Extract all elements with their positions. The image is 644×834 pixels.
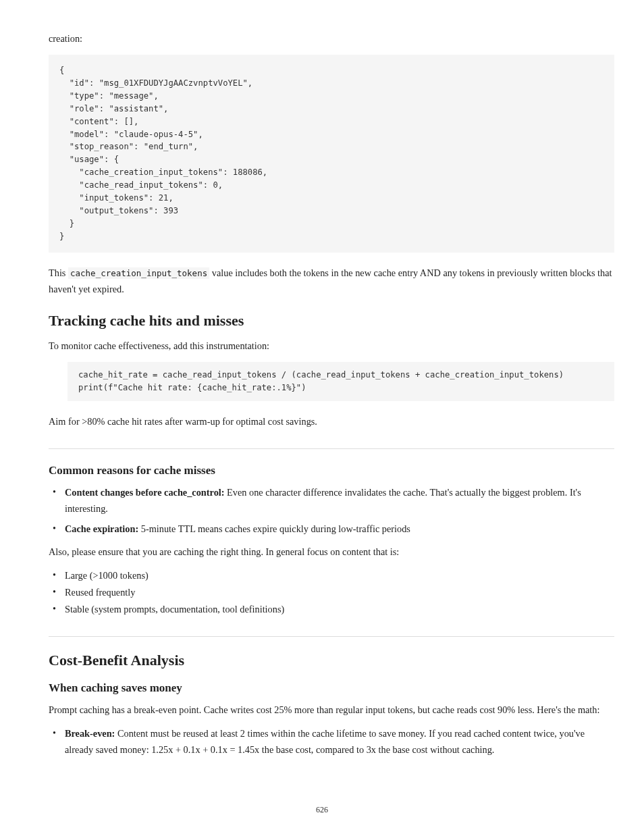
list-item: Stable (system prompts, documentation, t… [49,601,614,617]
paragraph-breakeven-intro: Prompt caching has a break-even point. C… [49,702,614,718]
list-item: Content changes before cache_control: Ev… [49,484,614,517]
heading-tracking-cache: Tracking cache hits and misses [49,312,614,330]
bullet-list-reasons: Content changes before cache_control: Ev… [49,484,614,537]
text-span: This [49,267,68,278]
heading-common-reasons: Common reasons for cache misses [49,464,614,477]
divider [49,448,614,449]
paragraph-monitor: To monitor cache effectiveness, add this… [49,338,614,354]
page-number: 626 [0,805,644,815]
code-cache-hit-rate: cache_hit_rate = cache_read_input_tokens… [68,362,614,401]
list-item-bold: Cache expiration: [65,523,138,534]
paragraph-aim: Aim for >80% cache hit rates after warm-… [49,413,614,429]
list-item: Cache expiration: 5-minute TTL means cac… [49,521,614,537]
list-item-text: Content must be reused at least 2 times … [65,728,585,755]
heading-cost-benefit: Cost-Benefit Analysis [49,652,614,669]
list-item: Large (>1000 tokens) [49,567,614,583]
heading-when-saves: When caching saves money [49,681,614,695]
list-item: Break-even: Content must be reused at le… [49,725,614,758]
paragraph-ensure-right: Also, please ensure that you are caching… [49,544,614,560]
code-response-json: { "id": "msg_01XFDUDYJgAACzvnptvVoYEL", … [49,55,614,253]
divider [49,636,614,637]
list-item-bold: Break-even: [65,728,115,739]
list-item-text: 5-minute TTL means caches expire quickly… [138,523,410,534]
bullet-list-focus: Large (>1000 tokens) Reused frequently S… [49,567,614,617]
list-item-bold: Content changes before cache_control: [65,487,225,498]
inline-code: cache_creation_input_tokens [68,267,209,279]
intro-text: creation: [49,30,614,47]
paragraph-cache-creation-explain: This cache_creation_input_tokens value i… [49,265,614,297]
bullet-list-breakeven: Break-even: Content must be reused at le… [49,725,614,758]
list-item: Reused frequently [49,584,614,600]
